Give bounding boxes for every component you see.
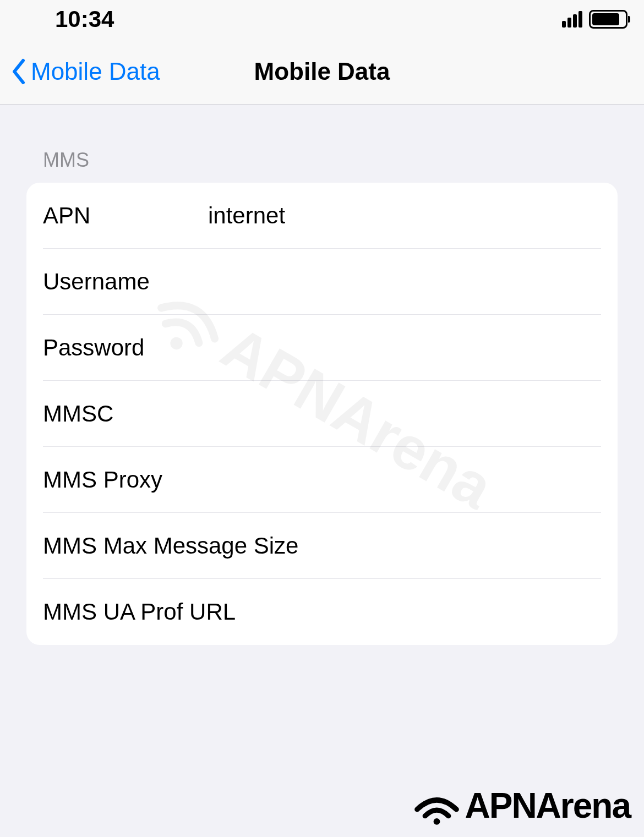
password-row[interactable]: Password — [26, 315, 618, 381]
mms-proxy-label: MMS Proxy — [43, 467, 208, 493]
status-indicators — [562, 10, 627, 29]
mms-ua-prof-row[interactable]: MMS UA Prof URL — [26, 579, 618, 645]
apn-row[interactable]: APN — [26, 183, 618, 249]
mms-ua-prof-input[interactable] — [236, 599, 601, 625]
footer-logo-text: APNArena — [465, 785, 630, 826]
username-row[interactable]: Username — [26, 249, 618, 315]
status-time: 10:34 — [55, 6, 114, 32]
section-header-mms: MMS — [26, 149, 618, 172]
svg-point-1 — [434, 818, 440, 825]
apn-label: APN — [43, 203, 208, 229]
username-input[interactable] — [208, 269, 601, 295]
mmsc-row[interactable]: MMSC — [26, 381, 618, 447]
apn-input[interactable] — [208, 203, 601, 229]
content-area: MMS APN Username Password MMSC — [0, 105, 644, 645]
back-button-label: Mobile Data — [31, 58, 160, 85]
password-label: Password — [43, 335, 208, 361]
footer-logo: APNArena — [413, 785, 630, 826]
mms-max-size-label: MMS Max Message Size — [43, 533, 298, 559]
navigation-header: Mobile Data Mobile Data — [0, 39, 644, 105]
wifi-icon — [413, 786, 460, 825]
cellular-signal-icon — [562, 11, 582, 28]
mms-proxy-input[interactable] — [208, 467, 601, 493]
mmsc-input[interactable] — [208, 401, 601, 427]
back-button[interactable]: Mobile Data — [0, 58, 160, 85]
chevron-left-icon — [11, 58, 26, 85]
mms-proxy-row[interactable]: MMS Proxy — [26, 447, 618, 513]
battery-icon — [589, 10, 627, 29]
username-label: Username — [43, 269, 208, 295]
page-title: Mobile Data — [254, 58, 390, 85]
mms-ua-prof-label: MMS UA Prof URL — [43, 599, 236, 625]
mms-max-size-input[interactable] — [298, 533, 601, 559]
status-bar: 10:34 — [0, 0, 644, 39]
mmsc-label: MMSC — [43, 401, 208, 427]
password-input[interactable] — [208, 335, 601, 361]
mms-settings-group: APN Username Password MMSC — [26, 183, 618, 645]
mms-max-size-row[interactable]: MMS Max Message Size — [26, 513, 618, 579]
